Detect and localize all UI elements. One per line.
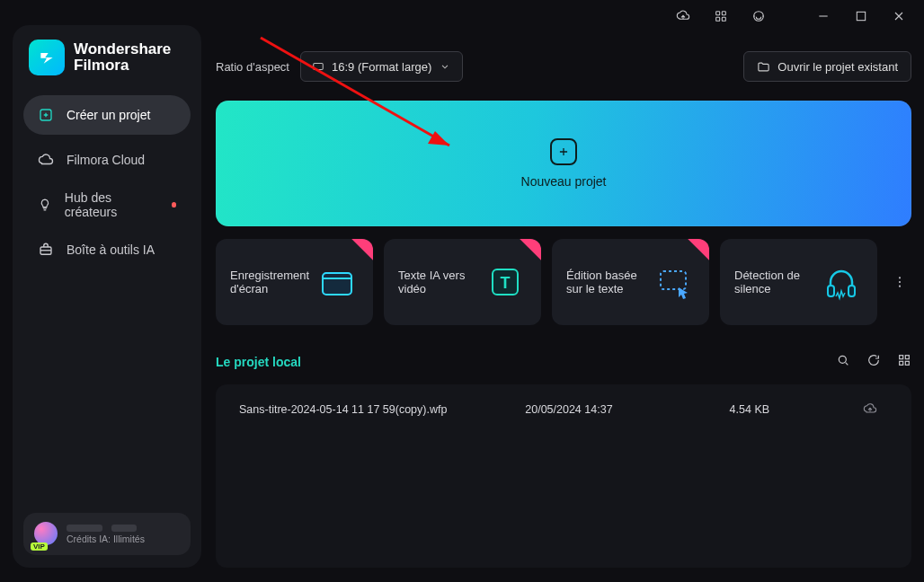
- svg-point-15: [899, 277, 901, 278]
- project-date: 20/05/2024 14:37: [525, 403, 729, 416]
- new-badge-icon: [342, 239, 373, 269]
- refresh-icon[interactable]: [866, 353, 881, 371]
- aspect-ratio-value: 16:9 (Format large): [332, 60, 431, 74]
- brand: Wondershare Filmora: [23, 38, 191, 95]
- new-badge-icon: [511, 239, 541, 269]
- svg-point-17: [899, 286, 901, 287]
- svg-rect-14: [848, 286, 855, 296]
- svg-rect-20: [905, 356, 909, 359]
- plus-icon: [550, 138, 577, 165]
- new-project-label: Nouveau projet: [521, 174, 607, 189]
- account-info: Crédits IA: Illimités: [67, 522, 145, 546]
- lightbulb-icon: [38, 197, 52, 213]
- nav-label: Hub des créateurs: [65, 190, 155, 219]
- headphones-wave-icon: [820, 257, 863, 307]
- more-cards-button[interactable]: [888, 239, 911, 325]
- main: Ratio d'aspect 16:9 (Format large) Ouvri…: [216, 48, 911, 568]
- local-projects-tools: [836, 353, 911, 371]
- cloud-sync-icon[interactable]: [674, 7, 692, 25]
- svg-rect-21: [900, 361, 903, 365]
- svg-rect-3: [722, 17, 725, 21]
- toolbar: Ratio d'aspect 16:9 (Format large) Ouvri…: [216, 48, 911, 84]
- svg-rect-13: [828, 286, 834, 296]
- open-existing-button[interactable]: Ouvrir le projet existant: [743, 51, 911, 82]
- cloud-icon: [38, 152, 54, 168]
- card-label: Texte IA vers vidéo: [398, 269, 484, 295]
- card-screen-recording[interactable]: Enregistrement d'écran: [216, 239, 373, 325]
- sidebar-item-filmora-cloud[interactable]: Filmora Cloud: [23, 140, 191, 180]
- new-project-hero[interactable]: Nouveau projet: [216, 101, 911, 226]
- brand-logo-icon: [29, 40, 65, 75]
- folder-icon: [757, 60, 770, 74]
- screen-icon: [312, 60, 324, 73]
- toolbox-icon: [38, 242, 54, 258]
- feature-cards: Enregistrement d'écran Texte IA vers vid…: [216, 239, 911, 325]
- plus-square-icon: [38, 107, 54, 123]
- svg-rect-5: [857, 12, 865, 20]
- nav-label: Créer un projet: [67, 108, 150, 122]
- avatar: VIP: [34, 522, 58, 545]
- aspect-ratio-label: Ratio d'aspect: [216, 60, 289, 74]
- svg-rect-0: [716, 12, 720, 15]
- svg-rect-9: [323, 273, 351, 295]
- vip-badge: VIP: [31, 542, 48, 551]
- brand-line1: Wondershare: [74, 41, 171, 57]
- svg-rect-19: [900, 356, 903, 359]
- local-projects-title: Le projet local: [216, 355, 301, 369]
- sidebar-item-create-project[interactable]: Créer un projet: [23, 95, 191, 135]
- grid-view-icon[interactable]: [897, 353, 911, 371]
- svg-point-18: [839, 356, 846, 363]
- notification-dot-icon: [172, 202, 176, 207]
- nav-label: Boîte à outils IA: [67, 242, 155, 257]
- svg-text:T: T: [500, 274, 510, 292]
- svg-rect-2: [716, 17, 720, 21]
- sidebar-item-ai-toolbox[interactable]: Boîte à outils IA: [23, 230, 191, 269]
- account-footer[interactable]: VIP Crédits IA: Illimités: [23, 513, 191, 555]
- credits-label: Crédits IA: Illimités: [67, 534, 145, 546]
- project-name: Sans-titre-2024-05-14 11 17 59(copy).wfp: [239, 403, 525, 416]
- sidebar-item-creators-hub[interactable]: Hub des créateurs: [23, 185, 191, 225]
- card-ai-text-to-video[interactable]: Texte IA vers vidéo T: [384, 239, 541, 325]
- chevron-down-icon: [439, 60, 451, 73]
- project-row[interactable]: Sans-titre-2024-05-14 11 17 59(copy).wfp…: [216, 392, 911, 428]
- project-size: 4.54 KB: [730, 403, 852, 416]
- sidebar: Wondershare Filmora Créer un projet Film…: [13, 25, 201, 568]
- apps-grid-icon[interactable]: [712, 7, 730, 25]
- support-icon[interactable]: [750, 7, 768, 25]
- open-existing-label: Ouvrir le projet existant: [777, 60, 898, 74]
- close-icon[interactable]: [890, 7, 908, 25]
- svg-rect-1: [722, 12, 725, 15]
- card-silence-detection[interactable]: Détection de silence: [720, 239, 877, 325]
- aspect-ratio-select[interactable]: 16:9 (Format large): [300, 51, 463, 82]
- svg-rect-12: [661, 271, 686, 289]
- brand-line2: Filmora: [74, 57, 171, 74]
- brand-text: Wondershare Filmora: [74, 41, 171, 74]
- card-label: Enregistrement d'écran: [230, 269, 315, 295]
- svg-rect-8: [314, 64, 324, 70]
- minimize-icon[interactable]: [814, 7, 832, 25]
- svg-point-16: [899, 281, 901, 283]
- card-text-based-editing[interactable]: Édition basée sur le texte: [552, 239, 709, 325]
- card-label: Détection de silence: [734, 269, 820, 295]
- new-badge-icon: [679, 239, 709, 269]
- card-label: Édition basée sur le texte: [566, 269, 652, 295]
- local-projects-header: Le projet local: [216, 348, 911, 375]
- search-icon[interactable]: [836, 353, 850, 371]
- project-cloud-icon[interactable]: [852, 401, 888, 419]
- nav: Créer un projet Filmora Cloud Hub des cr…: [23, 95, 191, 269]
- local-projects-list: Sans-titre-2024-05-14 11 17 59(copy).wfp…: [216, 384, 911, 568]
- titlebar: [658, 0, 924, 32]
- svg-rect-22: [905, 361, 909, 365]
- maximize-icon[interactable]: [852, 7, 870, 25]
- nav-label: Filmora Cloud: [67, 153, 145, 167]
